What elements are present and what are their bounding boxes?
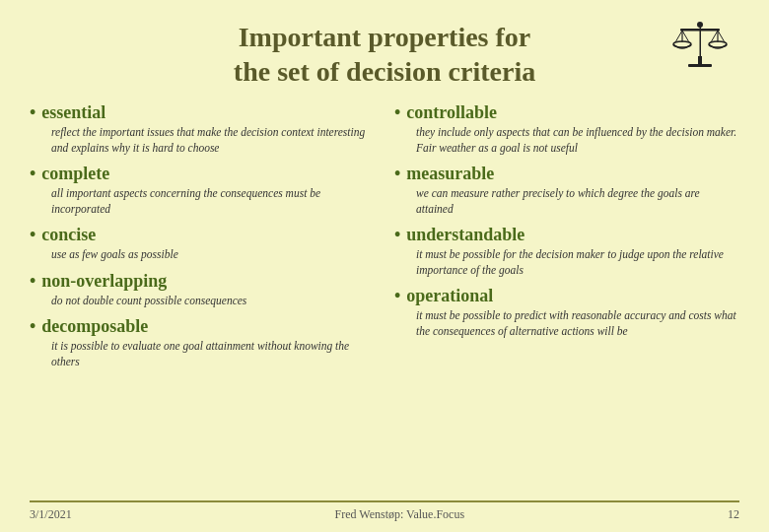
content-columns: • essential reflect the important issues… (30, 102, 739, 493)
bullet-subtext: it must be possible for the decision mak… (416, 247, 739, 278)
bullet-label: operational (406, 286, 493, 306)
bullet-header: • essential (30, 102, 375, 123)
footer-date: 3/1/2021 (30, 507, 72, 522)
list-item: • understandable it must be possible for… (394, 225, 739, 278)
bullet-label: understandable (406, 225, 524, 245)
bullet-header: • measurable (394, 164, 739, 184)
svg-line-12 (718, 31, 725, 42)
bullet-label: concise (41, 225, 96, 245)
svg-line-9 (675, 31, 682, 42)
list-item: • controllable they include only aspects… (394, 102, 739, 156)
list-item: • concise use as few goals as possible (30, 225, 375, 263)
bullet-header: • concise (30, 225, 375, 245)
bullet-subtext: it is possible to evaluate one goal atta… (51, 339, 375, 369)
bullet-dot: • (30, 164, 35, 184)
list-item: • essential reflect the important issues… (30, 102, 375, 156)
bullet-header: • operational (394, 286, 739, 306)
bullet-header: • complete (30, 164, 375, 184)
list-item: • measurable we can measure rather preci… (394, 164, 739, 217)
scales-icon (670, 15, 730, 69)
bullet-subtext: use as few goals as possible (51, 247, 375, 263)
bullet-subtext: they include only aspects that can be in… (416, 125, 739, 156)
bullet-subtext: we can measure rather precisely to which… (416, 186, 739, 217)
header-area: Important properties for the set of deci… (30, 20, 739, 89)
bullet-dot: • (394, 225, 400, 245)
svg-rect-3 (680, 29, 720, 32)
slide: Important properties for the set of deci… (0, 0, 769, 532)
bullet-dot: • (30, 316, 35, 337)
bullet-header: • decomposable (30, 316, 375, 337)
bullet-label: non-overlapping (41, 271, 167, 292)
bullet-dot: • (394, 286, 400, 306)
svg-point-4 (697, 22, 703, 28)
bullet-header: • non-overlapping (30, 271, 375, 292)
bullet-label: complete (41, 164, 109, 184)
bullet-dot: • (394, 102, 400, 123)
bullet-subtext: reflect the important issues that make t… (51, 125, 375, 156)
footer-center: Fred Wenstøp: Value.Focus (335, 507, 465, 522)
bullet-subtext: do not double count possible consequence… (51, 294, 375, 309)
bullet-dot: • (30, 225, 35, 245)
list-item: • decomposable it is possible to evaluat… (30, 316, 375, 369)
left-column: • essential reflect the important issues… (30, 102, 375, 493)
bullet-header: • controllable (394, 102, 739, 123)
bullet-subtext: all important aspects concerning the con… (51, 186, 375, 217)
slide-title: Important properties for the set of deci… (30, 20, 739, 89)
bullet-label: controllable (406, 102, 497, 123)
right-column: • controllable they include only aspects… (394, 102, 739, 493)
list-item: • non-overlapping do not double count po… (30, 271, 375, 309)
bullet-header: • understandable (394, 225, 739, 245)
bullet-subtext: it must be possible to predict with reas… (416, 308, 739, 339)
bullet-dot: • (394, 164, 400, 184)
bullet-dot: • (30, 102, 35, 123)
bullet-label: essential (41, 102, 105, 123)
svg-line-10 (682, 31, 689, 42)
list-item: • complete all important aspects concern… (30, 164, 375, 217)
footer-bar: 3/1/2021 Fred Wenstøp: Value.Focus 12 (30, 500, 739, 522)
bullet-label: decomposable (41, 316, 148, 337)
svg-line-11 (711, 31, 718, 42)
svg-rect-1 (688, 64, 712, 67)
bullet-label: measurable (406, 164, 494, 184)
footer-page: 12 (728, 507, 739, 522)
list-item: • operational it must be possible to pre… (394, 286, 739, 339)
bullet-dot: • (30, 271, 35, 292)
